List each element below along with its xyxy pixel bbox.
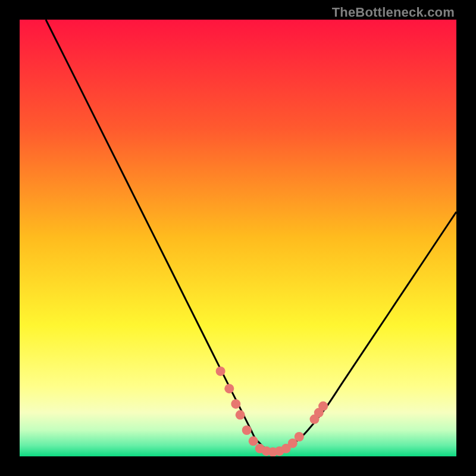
marker-group xyxy=(216,367,328,456)
plot-area xyxy=(20,20,456,456)
curve-marker xyxy=(242,425,252,435)
chart-frame: TheBottleneck.com xyxy=(0,0,476,476)
curve-marker xyxy=(249,436,258,446)
curve-marker xyxy=(224,384,234,393)
curve-marker xyxy=(231,399,240,409)
watermark-text: TheBottleneck.com xyxy=(332,5,455,20)
curve-marker xyxy=(318,402,328,411)
curve-marker xyxy=(295,432,304,441)
curve-marker xyxy=(216,367,226,376)
curve-marker xyxy=(236,410,245,419)
curve-layer xyxy=(20,20,456,456)
bottleneck-curve xyxy=(46,20,456,451)
